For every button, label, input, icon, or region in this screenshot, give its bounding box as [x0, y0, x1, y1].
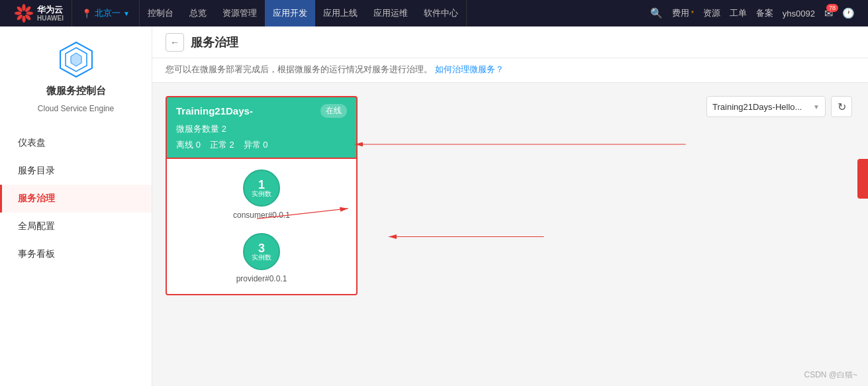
huawei-logo-icon: [15, 4, 33, 23]
cost-asterisk: *: [691, 10, 694, 17]
svg-point-0: [22, 4, 25, 11]
sidebar-item-dashboard[interactable]: 仪表盘: [0, 129, 152, 157]
service-card[interactable]: Training21Days- 在线 微服务数量 2 离线 0 正常 2: [166, 96, 358, 295]
nav-resource-item[interactable]: 资源: [703, 7, 720, 19]
main-content-area: ← 服务治理 您可以在微服务部署完成后，根据微服务的运行情况对服务进行治理。 如…: [152, 26, 868, 386]
consumer-instance-count: 1: [258, 179, 265, 191]
consumer-service-name: consumer#0.0.1: [233, 211, 290, 220]
service-card-status: 在线: [320, 104, 347, 118]
nav-clock-icon[interactable]: 🕐: [842, 7, 855, 19]
service-card-stats: 离线 0 正常 2 异常 0: [167, 139, 356, 158]
sidebar-navigation: 仪表盘 服务目录 服务治理 全局配置 事务看板: [0, 129, 152, 268]
instance-circle-consumer[interactable]: 1 实例数: [243, 169, 280, 207]
provider-instance-label: 实例数: [252, 254, 271, 261]
mail-count-badge: 78: [826, 4, 838, 12]
sidebar-product-name: 微服务控制台: [46, 85, 106, 97]
instance-item-consumer: 1 实例数 consumer#0.0.1: [233, 169, 290, 220]
content-body: Training21Days-Hello... ▼ ↻ Training21Da…: [152, 83, 868, 309]
top-controls: Training21Days-Hello... ▼ ↻: [706, 96, 852, 117]
svg-point-2: [26, 11, 34, 15]
nav-link-app-deploy[interactable]: 应用上线: [315, 0, 365, 26]
sidebar-logo-area: 微服务控制台 Cloud Service Engine: [38, 40, 114, 113]
instance-circle-provider[interactable]: 3 实例数: [243, 233, 280, 270]
cse-logo-icon: [56, 40, 96, 79]
nav-links-group: 控制台 总览 资源管理 应用开发 应用上线 应用运维 软件中心: [140, 0, 467, 26]
nav-search-icon[interactable]: 🔍: [650, 7, 663, 19]
sidebar-item-governance[interactable]: 服务治理: [0, 185, 152, 213]
nav-region-label: 北京一: [95, 7, 121, 19]
sidebar-item-board[interactable]: 事务看板: [0, 240, 152, 268]
top-navigation: 华为云 HUAWEI 📍 北京一 ▼ 控制台 总览 资源管理 应用开发 应用上线…: [0, 0, 868, 26]
service-card-count-row: 微服务数量 2: [167, 123, 356, 139]
service-count-value: 2: [222, 124, 226, 134]
consumer-instance-label: 实例数: [252, 191, 271, 197]
watermark: CSDN @白猫~: [804, 369, 857, 381]
nav-link-app-ops[interactable]: 应用运维: [365, 0, 416, 26]
subtitle-text: 您可以在微服务部署完成后，根据微服务的运行情况对服务进行治理。: [166, 64, 432, 75]
subtitle-bar: 您可以在微服务部署完成后，根据微服务的运行情况对服务进行治理。 如何治理微服务？: [152, 58, 868, 83]
dropdown-chevron-icon: ▼: [813, 103, 820, 111]
sidebar: 微服务控制台 Cloud Service Engine 仪表盘 服务目录 服务治…: [0, 26, 152, 386]
svg-point-6: [15, 11, 22, 15]
nav-link-resource-mgmt[interactable]: 资源管理: [215, 0, 265, 26]
page-title: 服务治理: [191, 34, 238, 50]
right-empty-panel: [368, 96, 855, 295]
nav-logo[interactable]: 华为云 HUAWEI: [7, 0, 72, 26]
sidebar-item-config[interactable]: 全局配置: [0, 213, 152, 240]
service-dropdown[interactable]: Training21Days-Hello... ▼: [706, 96, 826, 117]
location-icon: 📍: [81, 9, 92, 19]
nav-link-console[interactable]: 控制台: [140, 0, 181, 26]
sidebar-product-sub: Cloud Service Engine: [38, 104, 114, 113]
nav-logo-main-text: 华为云: [37, 5, 64, 15]
nav-cost-item[interactable]: 费用 *: [672, 7, 694, 19]
service-card-header: Training21Days- 在线: [167, 97, 356, 123]
provider-service-name: provider#0.0.1: [236, 274, 287, 283]
nav-right-group: 🔍 费用 * 资源 工单 备案 yhs0092 ✉ 78 🕐: [650, 7, 861, 20]
back-button[interactable]: ←: [166, 33, 184, 52]
refresh-button[interactable]: ↻: [831, 96, 852, 117]
nav-link-app-dev[interactable]: 应用开发: [265, 0, 315, 26]
svg-point-4: [22, 16, 25, 23]
stat-normal: 正常 2: [210, 139, 234, 151]
subtitle-help-link[interactable]: 如何治理微服务？: [435, 64, 504, 75]
nav-logo-sub-text: HUAWEI: [37, 15, 64, 22]
nav-mail-badge[interactable]: ✉ 78: [824, 7, 833, 20]
refresh-icon: ↻: [838, 101, 846, 113]
service-card-name: Training21Days-: [176, 105, 253, 117]
side-tab[interactable]: [857, 159, 868, 199]
nav-ticket-item[interactable]: 工单: [730, 7, 747, 19]
nav-link-software-center[interactable]: 软件中心: [416, 0, 466, 26]
service-instances-panel: 1 实例数 consumer#0.0.1 3 实例数 provider#0.0.…: [166, 158, 358, 295]
stat-offline: 离线 0: [176, 139, 201, 151]
nav-link-overview[interactable]: 总览: [181, 0, 215, 26]
chevron-down-icon: ▼: [123, 10, 130, 17]
service-count-label: 微服务数量: [176, 124, 219, 134]
provider-instance-count: 3: [258, 242, 265, 254]
instance-item-provider: 3 实例数 provider#0.0.1: [236, 233, 287, 283]
main-layout: 微服务控制台 Cloud Service Engine 仪表盘 服务目录 服务治…: [0, 26, 868, 386]
dropdown-value: Training21Days-Hello...: [712, 102, 802, 112]
nav-region-selector[interactable]: 📍 北京一 ▼: [72, 0, 140, 26]
stat-abnormal: 异常 0: [244, 139, 268, 151]
nav-user-item[interactable]: yhs0092: [783, 9, 815, 19]
nav-record-item[interactable]: 备案: [756, 7, 773, 19]
content-header: ← 服务治理: [152, 26, 868, 58]
sidebar-item-catalog[interactable]: 服务目录: [0, 157, 152, 185]
